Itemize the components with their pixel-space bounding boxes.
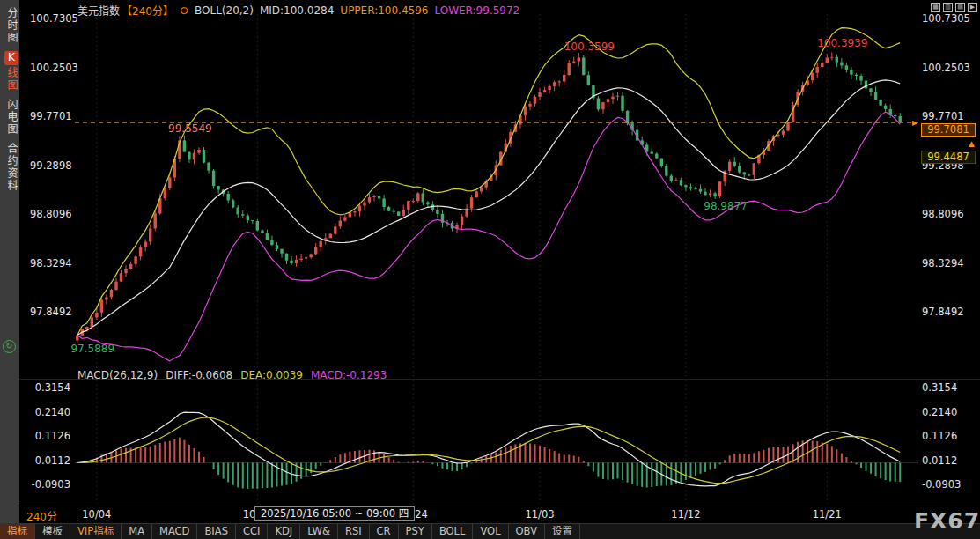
toolbar-item-模板[interactable]: 模板: [35, 524, 70, 539]
refresh-icon[interactable]: ↻: [3, 340, 16, 353]
collapse-indicator-icon[interactable]: ⊖: [180, 4, 188, 17]
macd-dea-value: DEA:0.0039: [240, 369, 303, 381]
last-price-tag: 99.7081: [921, 123, 976, 137]
price-annotation: 97.5889: [70, 343, 114, 355]
candlestick-chart-canvas[interactable]: 97.588999.5549100.359998.9877100.3939: [0, 0, 980, 539]
toolbar-item-RSI[interactable]: RSI: [338, 524, 370, 539]
toolbar-item-LW&[interactable]: LW&: [300, 524, 338, 539]
next-chart-icon[interactable]: ▶: [968, 3, 977, 12]
toolbar-item-KDJ[interactable]: KDJ: [268, 524, 300, 539]
toolbar-item-MACD[interactable]: MACD: [152, 524, 197, 539]
boll-label: BOLL(20,2): [195, 4, 254, 17]
macd-diff-value: DIFF:-0.0608: [166, 369, 232, 381]
period-tag: 【240分】: [122, 3, 173, 18]
watermark: FX678: [914, 508, 980, 534]
toolbar-item-BOLL[interactable]: BOLL: [432, 524, 474, 539]
chart-header: 美元指数 【240分】 ⊖ BOLL(20,2) MID:100.0284 UP…: [77, 3, 519, 18]
toolbar-item-MA[interactable]: MA: [122, 524, 152, 539]
macd-label: MACD(26,12,9): [77, 369, 158, 381]
k-line-badge: K: [4, 51, 18, 65]
indicator-toolbar: 指标模板VIP指标MAMACDBIASCCIKDJLW&RSICRPSYBOLL…: [0, 523, 980, 539]
chart-type-sidebar: 分时图K线图闪电图合约资料 ↻: [0, 0, 19, 523]
boll-mid-value: MID:100.0284: [260, 4, 334, 17]
window-controls: ▦▥▤▶: [931, 3, 977, 12]
price-annotation: 99.5549: [168, 122, 212, 135]
price-annotation: 100.3939: [817, 37, 867, 49]
toolbar-item-BIAS[interactable]: BIAS: [197, 524, 235, 539]
boll-upper-value: UPPER:100.4596: [340, 4, 428, 17]
candle-tooltip: 2025/10/16 05:00 ~ 09:00 四: [254, 506, 415, 521]
boll-lower-value: LOWER:99.5972: [434, 4, 519, 17]
instrument-title: 美元指数: [77, 3, 120, 18]
toolbar-item-CCI[interactable]: CCI: [236, 524, 268, 539]
toolbar-item-VIP指标[interactable]: VIP指标: [70, 524, 122, 539]
trading-chart-window: 97.588999.5549100.359998.9877100.3939 10…: [0, 0, 980, 539]
secondary-price-tag: 99.4487: [921, 151, 976, 164]
toolbar-item-指标[interactable]: 指标: [0, 524, 35, 539]
sidebar-tab-分时图[interactable]: 分时图: [0, 7, 19, 44]
tick-direction-icon: ▲: [969, 139, 975, 148]
horizontal-split-icon[interactable]: ▤: [955, 3, 965, 12]
price-annotation: 100.3599: [564, 41, 615, 53]
macd-header: MACD(26,12,9) DIFF:-0.0608 DEA:0.0039 MA…: [77, 369, 387, 381]
vertical-split-icon[interactable]: ▥: [943, 3, 953, 12]
sidebar-tabs: 分时图K线图闪电图合约资料: [0, 7, 19, 192]
sidebar-tab-闪电图[interactable]: 闪电图: [0, 99, 19, 136]
macd-macd-value: MACD:-0.1293: [311, 369, 387, 381]
period-selector[interactable]: 240分: [26, 508, 57, 523]
sidebar-tab-K线图[interactable]: K线图: [0, 51, 19, 92]
toolbar-item-PSY[interactable]: PSY: [399, 524, 432, 539]
toolbar-item-CR[interactable]: CR: [370, 524, 399, 539]
last-price-pointer-icon: ▶: [912, 119, 917, 127]
price-annotation: 98.9877: [704, 200, 748, 212]
tile-windows-icon[interactable]: ▦: [931, 3, 940, 12]
sidebar-tab-合约资料[interactable]: 合约资料: [0, 143, 19, 192]
toolbar-item-设置[interactable]: 设置: [545, 524, 580, 539]
toolbar-item-OBV[interactable]: OBV: [509, 524, 545, 539]
toolbar-item-VOL[interactable]: VOL: [473, 524, 508, 539]
